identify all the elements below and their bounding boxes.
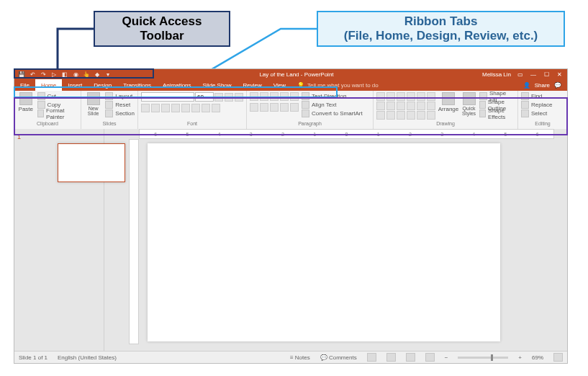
share-icon: 👤	[523, 82, 530, 89]
status-comments[interactable]: 💬 Comments	[320, 354, 357, 361]
slide-canvas[interactable]	[148, 143, 500, 341]
share-label: Share	[535, 82, 550, 89]
annotation-tabs-line2: (File, Home, Design, Review, etc.)	[344, 29, 538, 43]
minimize-button[interactable]: —	[530, 71, 537, 78]
vertical-ruler[interactable]	[129, 139, 139, 344]
window-title: Lay of the Land - PowerPoint	[111, 71, 482, 78]
fit-to-window-icon[interactable]	[553, 353, 563, 362]
maximize-button[interactable]: ☐	[543, 71, 550, 78]
view-sorter-icon[interactable]	[386, 353, 396, 362]
status-bar: Slide 1 of 1 English (United States) ≡ N…	[14, 351, 567, 363]
slide-thumbnail-pane[interactable]: 1	[14, 129, 104, 352]
annotation-tabs-line1: Ribbon Tabs	[344, 14, 538, 29]
highlight-tabs	[14, 86, 338, 98]
status-notes[interactable]: ≡ Notes	[290, 354, 310, 361]
share-button[interactable]: 👤 Share 💬	[517, 79, 567, 91]
annotation-qat-label: Quick Access Toolbar	[101, 14, 223, 44]
status-language[interactable]: English (United States)	[58, 354, 117, 361]
highlight-qat	[14, 68, 154, 79]
close-button[interactable]: ✕	[556, 71, 563, 78]
zoom-out-button[interactable]: −	[445, 354, 448, 361]
zoom-level[interactable]: 69%	[532, 354, 543, 361]
view-reading-icon[interactable]	[406, 353, 415, 362]
highlight-ribbon	[14, 97, 568, 135]
user-name[interactable]: Melissa Lin	[482, 71, 511, 78]
ribbon-options-icon[interactable]: ▭	[517, 71, 524, 78]
zoom-in-button[interactable]: +	[518, 354, 522, 361]
zoom-slider[interactable]	[458, 357, 508, 359]
comments-pane-icon[interactable]: 💬	[554, 82, 561, 89]
annotation-qat: Quick Access Toolbar	[94, 11, 230, 47]
view-slideshow-icon[interactable]	[425, 353, 435, 362]
view-normal-icon[interactable]	[367, 353, 376, 362]
status-slide-count[interactable]: Slide 1 of 1	[19, 354, 48, 361]
document-area: 1 6543210123456	[14, 129, 567, 352]
slide-editor[interactable]: 6543210123456	[104, 129, 567, 352]
annotation-ribbon-tabs: Ribbon Tabs (File, Home, Design, Review,…	[317, 11, 565, 47]
